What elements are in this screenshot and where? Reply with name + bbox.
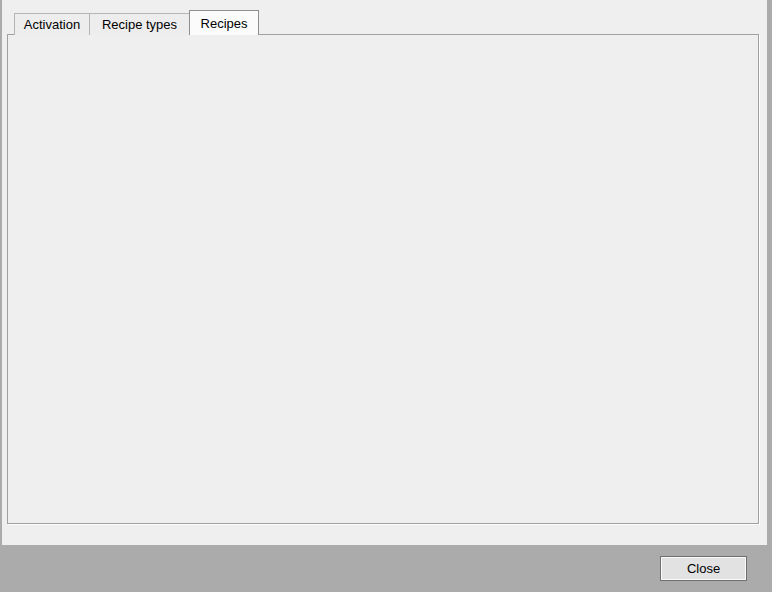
tab-recipe-types[interactable]: Recipe types — [89, 13, 190, 35]
recipes-dialog: Activation Recipe types Recipes Recipe t… — [0, 0, 772, 592]
tab-recipes[interactable]: Recipes — [189, 10, 259, 35]
tab-label: Recipe types — [102, 17, 177, 32]
tab-label: Activation — [24, 17, 80, 32]
tab-label: Recipes — [201, 16, 248, 31]
tab-activation[interactable]: Activation — [14, 13, 90, 35]
recipes-tab-panel — [7, 34, 759, 524]
close-button-label: Close — [687, 561, 720, 576]
close-button[interactable]: Close — [660, 556, 747, 581]
